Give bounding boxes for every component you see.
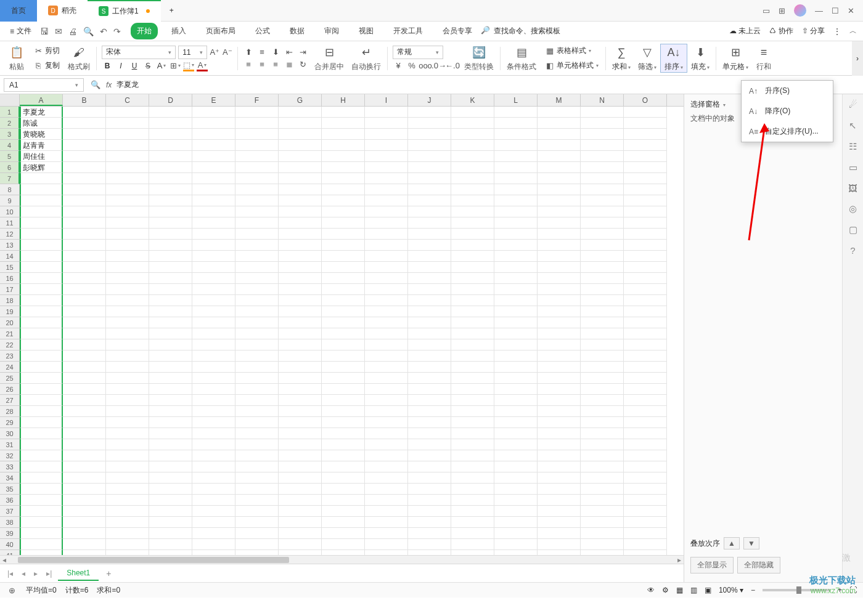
- cell[interactable]: [581, 373, 624, 384]
- cell[interactable]: [20, 395, 63, 406]
- cell[interactable]: [451, 184, 494, 195]
- cell[interactable]: [494, 517, 538, 528]
- cell[interactable]: [279, 195, 322, 206]
- cell[interactable]: [624, 162, 667, 173]
- cell[interactable]: [106, 362, 149, 373]
- cell[interactable]: [408, 140, 451, 151]
- cell[interactable]: [322, 107, 365, 118]
- cell[interactable]: [63, 317, 106, 328]
- side-pic-icon[interactable]: 🖼: [848, 183, 857, 193]
- cell[interactable]: [63, 439, 106, 450]
- cell[interactable]: [624, 528, 667, 539]
- cell[interactable]: [365, 151, 408, 162]
- cell[interactable]: [581, 406, 624, 417]
- row-header[interactable]: 33: [0, 461, 20, 472]
- cell[interactable]: [494, 140, 538, 151]
- cell[interactable]: [408, 195, 451, 206]
- cell[interactable]: [20, 362, 63, 373]
- cell[interactable]: [408, 240, 451, 251]
- row-header[interactable]: 19: [0, 306, 20, 317]
- cell[interactable]: [149, 472, 192, 484]
- cell[interactable]: [192, 351, 235, 362]
- cell[interactable]: [20, 306, 63, 317]
- cell[interactable]: [408, 151, 451, 162]
- cell[interactable]: [63, 373, 106, 384]
- align-top-icon[interactable]: ⬆: [243, 47, 254, 58]
- cell[interactable]: [624, 417, 667, 428]
- row-header[interactable]: 38: [0, 517, 20, 528]
- cell[interactable]: [538, 362, 581, 373]
- cell[interactable]: [322, 395, 365, 406]
- cell[interactable]: [365, 284, 408, 295]
- cell[interactable]: [451, 129, 494, 140]
- cell[interactable]: [20, 428, 63, 439]
- row-header[interactable]: 12: [0, 229, 20, 240]
- cell[interactable]: [408, 306, 451, 317]
- cell[interactable]: [106, 472, 149, 484]
- cell[interactable]: [451, 373, 494, 384]
- row-header[interactable]: 21: [0, 328, 20, 339]
- cell[interactable]: [106, 295, 149, 306]
- cell[interactable]: [408, 184, 451, 195]
- border-icon[interactable]: ⊞▾: [170, 60, 181, 71]
- cell[interactable]: [581, 528, 624, 539]
- cell[interactable]: [408, 118, 451, 129]
- maximize-button[interactable]: ☐: [832, 6, 839, 15]
- cell[interactable]: [494, 406, 538, 417]
- cell[interactable]: [408, 173, 451, 184]
- cell[interactable]: [235, 384, 279, 395]
- hscroll-thumb[interactable]: [18, 557, 289, 563]
- cell[interactable]: [279, 362, 322, 373]
- cell[interactable]: [581, 550, 624, 555]
- col-header[interactable]: O: [624, 94, 667, 106]
- row-header[interactable]: 8: [0, 184, 20, 195]
- row-header[interactable]: 10: [0, 206, 20, 217]
- cell[interactable]: [538, 539, 581, 550]
- cell[interactable]: [408, 328, 451, 339]
- cell[interactable]: [192, 450, 235, 461]
- cell[interactable]: [192, 417, 235, 428]
- cell[interactable]: [106, 373, 149, 384]
- cell[interactable]: [20, 439, 63, 450]
- cell[interactable]: [451, 195, 494, 206]
- cell[interactable]: [149, 140, 192, 151]
- cell[interactable]: [20, 240, 63, 251]
- cell[interactable]: [149, 284, 192, 295]
- cell[interactable]: [494, 262, 538, 273]
- cell[interactable]: [624, 129, 667, 140]
- cell[interactable]: [279, 173, 322, 184]
- sort-asc[interactable]: A↑升序(S): [742, 81, 833, 101]
- cell[interactable]: [279, 428, 322, 439]
- currency-icon[interactable]: ¥: [393, 60, 404, 71]
- cell[interactable]: [581, 461, 624, 472]
- cell[interactable]: [322, 317, 365, 328]
- cell[interactable]: [322, 195, 365, 206]
- cell[interactable]: [408, 472, 451, 484]
- cell[interactable]: [322, 206, 365, 217]
- cell[interactable]: [63, 550, 106, 555]
- col-header[interactable]: K: [451, 94, 494, 106]
- cell[interactable]: [106, 195, 149, 206]
- cell[interactable]: [624, 550, 667, 555]
- cell[interactable]: [538, 339, 581, 351]
- cell[interactable]: [451, 417, 494, 428]
- cell[interactable]: [494, 450, 538, 461]
- cell[interactable]: [494, 528, 538, 539]
- cell[interactable]: [106, 461, 149, 472]
- cell[interactable]: [365, 295, 408, 306]
- cell[interactable]: [235, 395, 279, 406]
- cell[interactable]: [581, 140, 624, 151]
- cell[interactable]: [581, 107, 624, 118]
- font-combo[interactable]: 宋体▾: [102, 46, 176, 59]
- command-search[interactable]: 🔎 查找命令、搜索模板: [481, 26, 560, 36]
- cell[interactable]: [322, 306, 365, 317]
- cell[interactable]: [581, 184, 624, 195]
- cell[interactable]: [106, 384, 149, 395]
- cell[interactable]: [279, 107, 322, 118]
- cell[interactable]: 周佳佳: [20, 151, 63, 162]
- cell[interactable]: [494, 306, 538, 317]
- cell[interactable]: [365, 406, 408, 417]
- cell[interactable]: [149, 262, 192, 273]
- cell[interactable]: [20, 495, 63, 506]
- cell[interactable]: [365, 495, 408, 506]
